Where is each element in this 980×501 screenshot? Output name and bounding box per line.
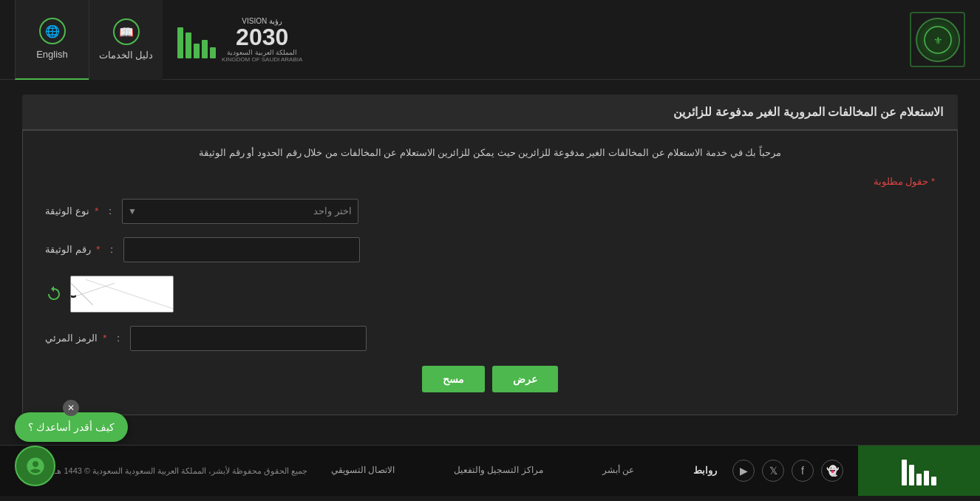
chart-bar-4	[186, 33, 191, 58]
vision-year: 2030	[222, 25, 302, 49]
footer-bar-4	[909, 465, 914, 485]
footer-col-about: عن أبشر	[602, 465, 634, 476]
english-label: English	[36, 49, 68, 60]
doc-type-required-star: *	[95, 205, 98, 217]
chat-avatar-button[interactable]	[15, 446, 55, 486]
footer-col-links: روابط	[693, 465, 717, 476]
captcha-refresh-button[interactable]	[45, 285, 63, 303]
svg-text:~9265: ~9265	[71, 284, 80, 307]
marketing-contact-link[interactable]: الاتصال التسويقي	[331, 465, 395, 475]
snapchat-icon[interactable]: 👻	[821, 460, 843, 482]
service-guide-button[interactable]: 📖 دليل الخدمات	[89, 0, 163, 80]
footer-chart	[902, 456, 936, 485]
clear-button[interactable]: مسح	[422, 366, 485, 392]
about-link[interactable]: عن أبشر	[602, 465, 634, 475]
section-title: الاستعلام عن المخالفات المرورية الغير مد…	[22, 95, 958, 130]
chart-bar-2	[202, 40, 208, 58]
footer-bar-2	[924, 471, 929, 485]
chart-bar-3	[194, 44, 200, 58]
youtube-icon[interactable]: ▶	[732, 460, 755, 482]
chart-bar-1	[210, 47, 216, 58]
vision-chart	[177, 21, 216, 58]
footer-copyright: جميع الحقوق محفوظة لأبشر، المملكة العربي…	[22, 465, 308, 477]
required-note: * حقول مطلوبة	[45, 176, 935, 187]
facebook-icon[interactable]: f	[792, 460, 814, 482]
chat-help-bubble[interactable]: كيف أقدر أساعدك ؟	[15, 412, 128, 442]
captcha-colon: :	[117, 333, 120, 344]
doc-number-required-star: *	[96, 244, 100, 255]
footer: 👻 f 𝕏 ▶ روابط عن أبشر مراكز التسجيل والت…	[0, 445, 980, 496]
svg-text:⚜: ⚜	[933, 35, 942, 47]
doc-number-input[interactable]	[123, 237, 360, 262]
captcha-image: ~9265	[70, 276, 174, 313]
captcha-required-star: *	[103, 333, 106, 344]
social-links: 👻 f 𝕏 ▶	[732, 460, 843, 482]
form-container: مرحباً بك في خدمة الاستعلام عن المخالفات…	[22, 130, 958, 415]
logo-emblem: ⚜	[916, 18, 960, 62]
book-icon: 📖	[113, 18, 140, 45]
main-content: الاستعلام عن المخالفات المرورية الغير مد…	[0, 80, 980, 430]
doc-type-colon: :	[109, 205, 112, 217]
vision-subtitle2: KINGDOM OF SAUDI ARABIA	[222, 56, 302, 63]
footer-bar-3	[916, 474, 922, 485]
ministry-logo: ⚜	[910, 12, 965, 67]
header: ⚜ رؤية VISION 2030 المملكة العربية السعو…	[0, 0, 980, 80]
captcha-label: * الرمز المرئي	[45, 333, 106, 344]
registration-centers-link[interactable]: مراكز التسجيل والتفعيل	[454, 465, 543, 475]
captcha-input-row: : * الرمز المرئي	[45, 326, 935, 351]
footer-col-marketing: الاتصال التسويقي	[331, 465, 395, 476]
chat-close-button[interactable]: ✕	[63, 400, 79, 416]
doc-number-row: : * رقم الوثيقة	[45, 237, 935, 262]
display-button[interactable]: عرض	[492, 366, 558, 392]
header-nav: رؤية VISION 2030 المملكة العربية السعودي…	[15, 0, 317, 80]
twitter-icon[interactable]: 𝕏	[762, 460, 784, 482]
service-guide-label: دليل الخدمات	[99, 50, 154, 61]
footer-bar-1	[931, 477, 936, 485]
footer-links: روابط عن أبشر مراكز التسجيل والتفعيل الا…	[316, 465, 733, 476]
welcome-text: مرحباً بك في خدمة الاستعلام عن المخالفات…	[45, 146, 935, 161]
captcha-input[interactable]	[130, 326, 367, 351]
doc-number-colon: :	[110, 244, 113, 255]
globe-icon: 🌐	[39, 18, 66, 44]
captcha-image-row: ~9265	[45, 276, 935, 313]
svg-rect-2	[71, 276, 173, 312]
footer-col-registration: مراكز التسجيل والتفعيل	[454, 465, 543, 476]
chart-bar-5	[177, 27, 183, 58]
footer-bar-5	[902, 460, 907, 485]
doc-type-row: اختر واحد جواز سفر رقم الحدود ▼ : * نوع …	[45, 199, 935, 224]
doc-type-select-wrapper: اختر واحد جواز سفر رقم الحدود ▼	[122, 199, 358, 224]
doc-type-label: * نوع الوثيقة	[45, 205, 98, 217]
vision-subtitle: المملكة العربية السعودية	[222, 49, 302, 56]
vision-2030-logo: رؤية VISION 2030 المملكة العربية السعودي…	[163, 17, 317, 63]
form-buttons: عرض مسح	[45, 366, 935, 392]
footer-logo	[858, 446, 980, 496]
language-button[interactable]: 🌐 English	[15, 0, 89, 80]
doc-type-select[interactable]: اختر واحد جواز سفر رقم الحدود	[122, 199, 358, 224]
rawabet-title: روابط	[693, 465, 717, 476]
doc-number-label: * رقم الوثيقة	[45, 244, 100, 255]
